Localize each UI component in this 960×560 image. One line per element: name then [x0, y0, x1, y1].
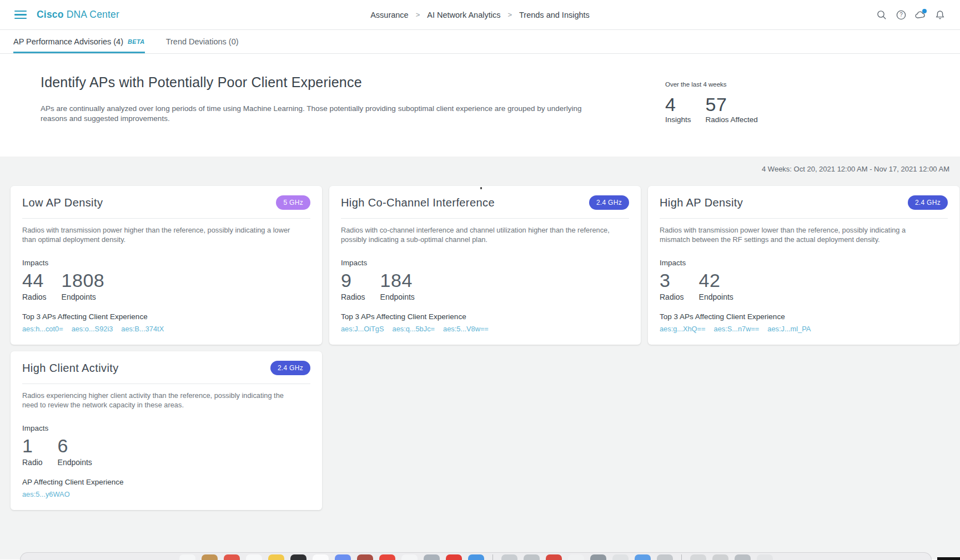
breadcrumb-separator: > [416, 11, 420, 19]
dock-app-icon[interactable] [590, 554, 606, 560]
card-description: Radios with co-channel interference and … [341, 225, 611, 244]
dock-app-icon[interactable] [246, 554, 262, 560]
card-high-co-channel-interference[interactable]: High Co-Channel Interference 2.4 GHz Rad… [329, 186, 641, 345]
dock-app-icon[interactable] [224, 554, 240, 560]
page-description: APs are continually analyzed over long p… [41, 104, 607, 124]
metric-label: Endpoints [380, 292, 415, 301]
breadcrumb-item-assurance[interactable]: Assurance [370, 11, 409, 19]
aps-affecting-label: Top 3 APs Affecting Client Experience [660, 312, 948, 321]
aps-affecting-label: Top 3 APs Affecting Client Experience [22, 312, 310, 321]
divider [22, 218, 310, 219]
dock-icons [179, 554, 773, 560]
dock-app-icon[interactable] [524, 554, 540, 560]
ap-link[interactable]: aes:B...374tX [121, 325, 164, 333]
dock-app-icon[interactable] [179, 554, 195, 560]
advisory-cards-grid: Low AP Density 5 GHz Radios with transmi… [11, 186, 959, 510]
dock-divider [492, 554, 493, 560]
dock-app-icon[interactable] [735, 554, 751, 560]
radios-affected-label: Radios Affected [706, 115, 758, 124]
radios-affected-count: 57 [706, 94, 758, 114]
metric-label: Endpoints [58, 458, 92, 467]
ap-link[interactable]: aes:o...S92i3 [72, 325, 113, 333]
card-title: High AP Density [660, 196, 743, 209]
dock-app-icon[interactable] [468, 554, 484, 560]
dock-app-icon[interactable] [424, 554, 440, 560]
dock-app-icon[interactable] [712, 554, 728, 560]
ap-link[interactable]: aes:S...n7w== [714, 325, 760, 333]
app-header: CiscoDNA Center Assurance > AI Network A… [0, 0, 960, 30]
macos-dock[interactable] [20, 552, 932, 560]
breadcrumb-item-trends-and-insights[interactable]: Trends and Insights [519, 11, 590, 19]
ap-link[interactable]: aes:5...y6WAO [22, 490, 70, 498]
tab-trend-deviations[interactable]: Trend Deviations (0) [166, 30, 239, 53]
card-title: High Client Activity [22, 362, 119, 375]
dock-app-icon[interactable] [401, 554, 418, 560]
dock-app-icon[interactable] [612, 554, 629, 560]
tab-label: Trend Deviations (0) [166, 37, 239, 46]
ap-link[interactable]: aes:q...5bJc= [393, 325, 435, 333]
breadcrumb-item-ai-network-analytics[interactable]: AI Network Analytics [427, 11, 500, 19]
metric-label: Radio [22, 458, 43, 467]
ap-link[interactable]: aes:h...cot0= [22, 325, 63, 333]
metric-value: 1808 [62, 270, 105, 290]
brand-logo[interactable]: CiscoDNA Center [37, 9, 119, 21]
metric-value: 42 [699, 270, 733, 290]
advisories-panel: 4 Weeks: Oct 20, 2021 12:00 AM - Nov 17,… [0, 157, 960, 559]
dock-app-icon[interactable] [635, 554, 651, 560]
dock-app-icon[interactable] [690, 554, 706, 560]
divider [341, 218, 629, 219]
dock-app-icon[interactable] [335, 554, 351, 560]
divider [22, 384, 310, 384]
ap-link[interactable]: aes:5...V8w== [443, 325, 489, 333]
card-high-ap-density[interactable]: High AP Density 2.4 GHz Radios with tran… [648, 186, 959, 345]
dock-app-icon[interactable] [446, 554, 462, 560]
dock-divider [681, 554, 682, 560]
aps-affecting-label: AP Affecting Client Experience [22, 478, 310, 486]
brand-name: DNA Center [67, 9, 119, 20]
metric-endpoints: 42 Endpoints [699, 270, 733, 301]
tab-ap-performance-advisories[interactable]: AP Performance Advisories (4) BETA [13, 30, 145, 53]
notifications-bell-icon[interactable] [934, 9, 946, 21]
dock-app-icon[interactable] [268, 554, 284, 560]
card-title: Low AP Density [22, 196, 103, 209]
desktop-corner-strip [937, 557, 960, 560]
metric-value: 184 [380, 270, 415, 290]
card-low-ap-density[interactable]: Low AP Density 5 GHz Radios with transmi… [11, 186, 322, 345]
beta-badge: BETA [128, 38, 145, 45]
metric-value: 9 [341, 270, 365, 290]
page-title: Identify APs with Potentially Poor Clien… [41, 74, 362, 90]
metric-label: Endpoints [62, 292, 105, 301]
summary-period-label: Over the last 4 weeks [665, 81, 758, 88]
menu-icon[interactable] [14, 11, 27, 19]
band-badge: 2.4 GHz [270, 361, 310, 375]
metric-value: 3 [660, 270, 684, 290]
dock-app-icon[interactable] [501, 554, 517, 560]
tab-label: AP Performance Advisories (4) [13, 37, 123, 46]
metric-value: 1 [22, 436, 43, 456]
metric-value: 44 [22, 270, 47, 290]
ap-link[interactable]: aes:J...ml_PA [767, 325, 811, 333]
impacts-label: Impacts [22, 259, 310, 267]
card-description: Radios with transmission power lower tha… [660, 225, 929, 244]
dock-app-icon[interactable] [379, 554, 395, 560]
divider [660, 218, 948, 219]
dock-app-icon[interactable] [568, 554, 584, 560]
impacts-label: Impacts [22, 424, 310, 432]
dock-app-icon[interactable] [546, 554, 562, 560]
band-badge: 5 GHz [276, 195, 310, 210]
dock-app-icon[interactable] [313, 554, 329, 560]
dock-app-icon[interactable] [357, 554, 373, 560]
dock-app-icon[interactable] [202, 554, 218, 560]
cloud-notification-dot [922, 9, 927, 13]
help-icon[interactable]: ? [895, 9, 907, 21]
ap-link[interactable]: aes:J...OiTgS [341, 325, 384, 333]
ap-link[interactable]: aes:g...XhQ== [660, 325, 706, 333]
dock-app-icon[interactable] [657, 554, 673, 560]
cloud-icon[interactable] [914, 9, 926, 21]
metric-endpoints: 1808 Endpoints [62, 270, 105, 301]
dock-app-icon[interactable] [290, 554, 306, 560]
card-high-client-activity[interactable]: High Client Activity 2.4 GHz Radios expe… [11, 351, 322, 510]
dock-app-icon[interactable] [757, 554, 773, 560]
metric-label: Endpoints [699, 292, 733, 301]
search-icon[interactable] [876, 9, 887, 21]
